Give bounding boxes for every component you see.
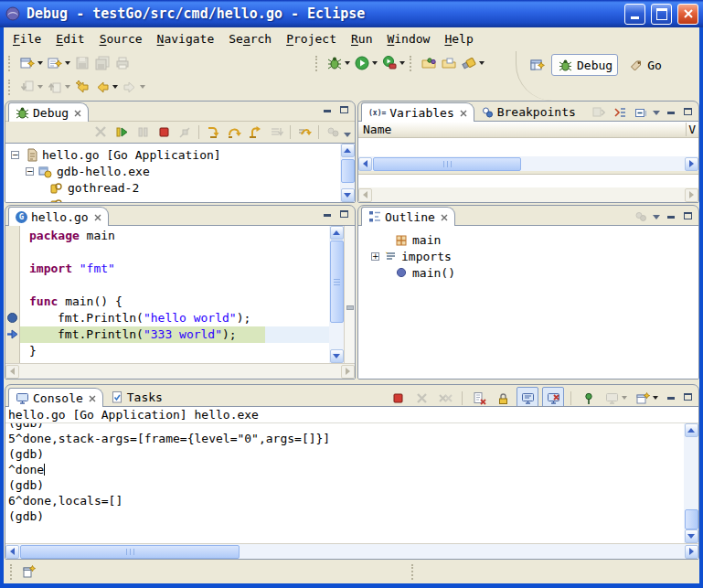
maximize-view-button[interactable]: [681, 210, 695, 223]
toolbar-grip[interactable]: [8, 80, 13, 95]
new-wizard-button[interactable]: [17, 53, 45, 73]
expand-expander[interactable]: +: [371, 252, 379, 261]
remove-all-terminated-button[interactable]: [435, 388, 455, 408]
maximize-view-button[interactable]: [337, 104, 351, 117]
step-over-button[interactable]: [224, 123, 244, 143]
variables-hscrollbar[interactable]: [358, 156, 698, 171]
use-step-filters-button[interactable]: [294, 123, 314, 143]
view-menu-chevron-icon[interactable]: [344, 133, 351, 137]
fast-view-button[interactable]: [19, 561, 39, 582]
scroll-thumb[interactable]: [373, 157, 521, 171]
tab-close-icon[interactable]: [94, 210, 101, 224]
scroll-left-button[interactable]: [5, 545, 19, 559]
console-text-area[interactable]: (gdb) 5^done,stack-args=[frame={level="0…: [5, 423, 684, 543]
editor-hscrollbar-disabled[interactable]: [5, 363, 355, 379]
next-annotation-button[interactable]: [17, 77, 45, 97]
close-button[interactable]: [677, 4, 698, 25]
scroll-right-button[interactable]: [685, 545, 698, 559]
step-into-button[interactable]: [203, 123, 223, 143]
overview-ruler[interactable]: [344, 226, 355, 363]
collapse-expander[interactable]: −: [26, 167, 34, 176]
overview-marker[interactable]: [346, 305, 354, 310]
scroll-lock-button[interactable]: [493, 388, 513, 408]
perspective-go-button[interactable]: Go: [622, 54, 667, 76]
scroll-up-button[interactable]: [341, 144, 355, 157]
column-value-header[interactable]: V: [686, 123, 698, 136]
minimize-view-button[interactable]: [320, 208, 334, 221]
tab-breakpoints[interactable]: Breakpoints: [474, 102, 583, 121]
menu-help[interactable]: Help: [437, 29, 480, 48]
save-button[interactable]: [72, 53, 92, 73]
menu-search[interactable]: Search: [221, 29, 279, 48]
remove-all-terminated-button[interactable]: [91, 123, 111, 143]
scroll-thumb[interactable]: [685, 509, 698, 529]
external-tools-button[interactable]: [379, 53, 407, 73]
scroll-left-button[interactable]: [358, 157, 372, 171]
save-all-button[interactable]: [92, 53, 112, 73]
scroll-right-button[interactable]: [685, 157, 698, 171]
tab-close-icon[interactable]: [441, 210, 448, 224]
maximize-view-button[interactable]: [337, 208, 351, 221]
back-button[interactable]: [92, 77, 120, 97]
statusbar-grip[interactable]: [411, 564, 416, 580]
tab-close-icon[interactable]: [460, 106, 467, 120]
minimize-view-button[interactable]: [664, 106, 677, 119]
tab-outline[interactable]: Outline: [361, 207, 455, 226]
maximize-view-button[interactable]: [681, 106, 695, 119]
menu-file[interactable]: File: [5, 29, 48, 48]
menu-window[interactable]: Window: [379, 29, 437, 48]
open-console-button[interactable]: [633, 388, 660, 408]
scroll-thumb[interactable]: [341, 159, 355, 183]
new-file-button[interactable]: [45, 53, 72, 73]
resume-button[interactable]: [112, 123, 132, 143]
detail-hscrollbar-disabled[interactable]: [358, 187, 698, 202]
menu-edit[interactable]: Edit: [48, 29, 91, 48]
editor-vscrollbar[interactable]: [329, 226, 344, 363]
menu-source[interactable]: Source: [92, 29, 150, 48]
variables-detail-pane[interactable]: [358, 174, 698, 187]
tree-row-thread[interactable]: gothread-2: [11, 179, 340, 196]
console-hscrollbar[interactable]: [5, 543, 698, 559]
outline-view-menu-button[interactable]: [632, 208, 649, 225]
maximize-button[interactable]: [651, 4, 672, 25]
scroll-thumb[interactable]: [20, 545, 240, 559]
debug-tree-vscrollbar[interactable]: [340, 144, 355, 202]
remove-launch-button[interactable]: [411, 388, 431, 408]
view-menu-chevron-icon[interactable]: [653, 111, 660, 115]
console-vscrollbar[interactable]: [684, 423, 698, 543]
tab-close-icon[interactable]: [89, 391, 96, 405]
debug-view-menu-button[interactable]: [323, 123, 343, 143]
tab-tasks[interactable]: Tasks: [103, 387, 170, 406]
disconnect-button[interactable]: [175, 123, 195, 143]
breakpoint-icon[interactable]: [7, 313, 17, 323]
display-selected-console-button[interactable]: [602, 388, 629, 408]
tab-hello-go[interactable]: G hello.go: [8, 207, 109, 226]
step-return-button[interactable]: [245, 123, 265, 143]
scroll-down-button[interactable]: [341, 188, 355, 202]
tree-row-target[interactable]: − gdb-hello.exe: [11, 163, 340, 179]
perspective-debug-button[interactable]: Debug: [551, 54, 618, 76]
drop-to-frame-button[interactable]: [266, 123, 286, 143]
pin-console-button[interactable]: [578, 388, 598, 408]
outline-item-imports[interactable]: + imports: [371, 248, 698, 264]
suspend-button[interactable]: [133, 123, 153, 143]
minimize-button[interactable]: [624, 4, 645, 25]
minimize-view-button[interactable]: [320, 104, 334, 117]
terminate-console-button[interactable]: [388, 388, 408, 408]
show-type-names-button[interactable]: [611, 104, 628, 121]
tab-close-icon[interactable]: [74, 106, 81, 120]
search-button[interactable]: [459, 53, 486, 73]
menu-navigate[interactable]: Navigate: [150, 29, 222, 48]
tab-console[interactable]: Console: [8, 388, 103, 407]
scroll-down-button[interactable]: [330, 349, 344, 363]
clear-console-button[interactable]: [469, 388, 489, 408]
open-type-button[interactable]: [419, 53, 439, 73]
column-name-header[interactable]: Name: [358, 123, 391, 136]
tab-debug[interactable]: Debug: [8, 102, 89, 122]
run-button[interactable]: [352, 53, 379, 73]
statusbar-grip[interactable]: [10, 564, 15, 580]
editor-vertical-ruler[interactable]: [5, 226, 20, 363]
tab-variables[interactable]: (x)= Variables: [361, 102, 474, 122]
outline-item-package[interactable]: main: [371, 231, 698, 248]
open-perspective-button[interactable]: [527, 55, 548, 75]
